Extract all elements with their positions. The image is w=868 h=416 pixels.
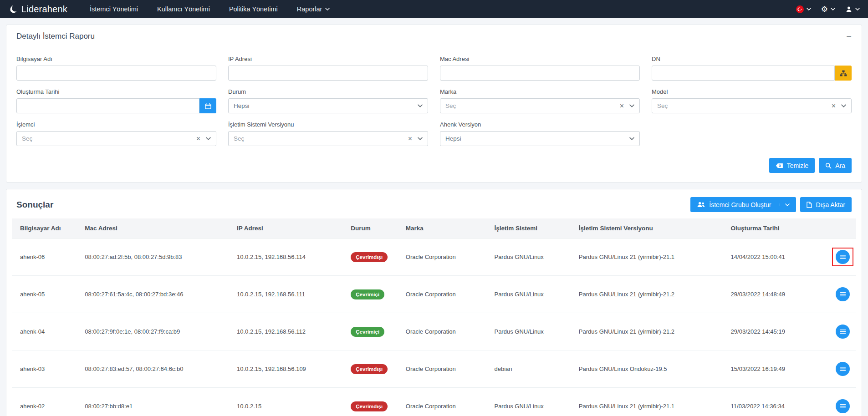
filter-card-body: Bilgisayar Adı IP Adresi Mac Adresi DN (6, 48, 862, 182)
file-export-icon (807, 202, 812, 208)
brand[interactable]: Liderahenk (8, 4, 67, 15)
mac-address-input[interactable] (440, 66, 640, 81)
chevron-down-icon (418, 104, 423, 107)
chevron-down-icon (831, 8, 835, 10)
os-version-label: İşletim Sistemi Versiyonu (228, 121, 428, 128)
brand-select[interactable]: Seç × (440, 98, 640, 113)
dn-tree-button[interactable] (835, 66, 852, 81)
field-processor: İşlemci Seç × (16, 121, 216, 146)
results-table-wrap: Bilgisayar Adı Mac Adresi IP Adresi Duru… (6, 218, 862, 416)
settings-dropdown[interactable]: ⚙ (821, 5, 835, 13)
row-menu-button[interactable] (836, 325, 850, 339)
nav-raporlar[interactable]: Raporlar (287, 0, 340, 18)
cell-brand: Oracle Corporation (400, 276, 489, 313)
cell-computer-name: ahenk-06 (12, 238, 79, 276)
create-client-group-caret[interactable] (780, 203, 790, 206)
cell-actions (827, 276, 856, 313)
ahenk-version-label: Ahenk Versiyon (440, 121, 640, 128)
cell-actions (827, 388, 856, 416)
clear-icon[interactable]: × (620, 102, 624, 110)
search-button[interactable]: Ara (819, 158, 852, 173)
nav-politika-yonetimi[interactable]: Politika Yönetimi (220, 0, 287, 18)
col-os: İşletim Sistemi (489, 218, 573, 238)
export-button-label: Dışa Aktar (816, 201, 845, 208)
row-menu-button[interactable] (836, 250, 850, 264)
dn-input[interactable] (652, 66, 835, 81)
results-card: Sonuçlar İstemci Grubu Oluştur Dışa Akta… (6, 189, 862, 416)
table-row: ahenk-03 08:00:27:83:ed:57, 08:00:27:64:… (12, 350, 856, 388)
chevron-down-icon (807, 8, 811, 10)
col-computer-name: Bilgisayar Adı (12, 218, 79, 238)
cell-status: Çevrimdışı (345, 238, 400, 276)
row-menu-annotation (832, 397, 853, 416)
export-button[interactable]: Dışa Aktar (800, 197, 852, 212)
cell-mac: 08:00:27:61:5a:4c, 08:00:27:bd:3e:46 (79, 276, 231, 313)
mac-address-label: Mac Adresi (440, 56, 640, 62)
creation-date-input[interactable] (16, 98, 199, 113)
sitemap-icon (840, 70, 847, 76)
row-menu-annotation (832, 360, 853, 378)
filter-buttons: Temizle Ara (16, 158, 852, 173)
turkish-flag-icon (796, 5, 804, 13)
create-client-group-button[interactable]: İstemci Grubu Oluştur (690, 197, 796, 212)
status-badge: Çevrimdışı (351, 401, 388, 411)
cell-computer-name: ahenk-04 (12, 313, 79, 350)
row-menu-button[interactable] (836, 399, 850, 413)
model-select-value: Seç (657, 102, 832, 109)
table-row: ahenk-06 08:00:27:ad:2f:5b, 08:00:27:5d:… (12, 238, 856, 276)
processor-select[interactable]: Seç × (16, 131, 216, 146)
field-computer-name: Bilgisayar Adı (16, 56, 216, 81)
table-row: ahenk-05 08:00:27:61:5a:4c, 08:00:27:bd:… (12, 276, 856, 313)
row-menu-button[interactable] (836, 287, 850, 301)
os-version-select[interactable]: Seç × (228, 131, 428, 146)
nav-istemci-yonetimi[interactable]: İstemci Yönetimi (80, 0, 148, 18)
col-created: Oluşturma Tarihi (725, 218, 827, 238)
chevron-down-icon (325, 8, 330, 10)
clear-icon[interactable]: × (196, 135, 200, 142)
status-badge: Çevrimdışı (351, 252, 388, 262)
cell-os: Pardus GNU/Linux (489, 238, 573, 276)
field-os-version: İşletim Sistemi Versiyonu Seç × (228, 121, 428, 146)
user-dropdown[interactable] (845, 5, 860, 13)
cell-computer-name: ahenk-02 (12, 388, 79, 416)
status-label: Durum (228, 88, 428, 95)
field-brand: Marka Seç × (440, 88, 640, 113)
status-select[interactable]: Hepsi (228, 98, 428, 113)
cell-brand: Oracle Corporation (400, 350, 489, 388)
model-select-icons: × (832, 102, 846, 110)
page-content: Detaylı İstemci Raporu − Bilgisayar Adı … (0, 18, 868, 416)
filter-card: Detaylı İstemci Raporu − Bilgisayar Adı … (6, 25, 862, 183)
status-badge: Çevrimiçi (351, 327, 384, 337)
collapse-card-button[interactable]: − (846, 32, 852, 41)
clear-icon[interactable]: × (408, 135, 412, 142)
nav-kullanici-yonetimi[interactable]: Kullanıcı Yönetimi (148, 0, 220, 18)
cell-actions (827, 313, 856, 350)
calendar-button[interactable] (199, 98, 216, 113)
clear-button[interactable]: Temizle (769, 158, 815, 173)
chevron-down-icon (206, 137, 211, 140)
ip-address-input[interactable] (228, 66, 428, 81)
cell-created: 29/03/2022 14:45:19 (725, 313, 827, 350)
processor-select-value: Seç (22, 135, 196, 142)
ahenk-version-select[interactable]: Hepsi (440, 131, 640, 146)
computer-name-input[interactable] (16, 66, 216, 81)
field-status: Durum Hepsi (228, 88, 428, 113)
results-table-head: Bilgisayar Adı Mac Adresi IP Adresi Duru… (12, 218, 856, 238)
row-menu-button[interactable] (836, 362, 850, 376)
ahenk-version-select-value: Hepsi (445, 135, 629, 142)
processor-label: İşlemci (16, 121, 216, 128)
menu-lines-icon (840, 292, 846, 297)
row-menu-annotation (832, 285, 853, 304)
language-dropdown[interactable] (796, 5, 811, 13)
eraser-icon (776, 163, 783, 168)
model-select[interactable]: Seç × (652, 98, 852, 113)
field-ip-address: IP Adresi (228, 56, 428, 81)
cell-created: 15/03/2022 16:19:49 (725, 350, 827, 388)
os-version-select-icons: × (408, 135, 423, 142)
chevron-down-icon (629, 137, 634, 140)
cell-os-version: Pardus GNU/Linux Ondokuz-19.5 (573, 350, 725, 388)
field-model: Model Seç × (652, 88, 852, 113)
clear-icon[interactable]: × (832, 102, 836, 110)
col-ip: IP Adresi (231, 218, 345, 238)
liderahenk-logo-icon (8, 4, 18, 14)
